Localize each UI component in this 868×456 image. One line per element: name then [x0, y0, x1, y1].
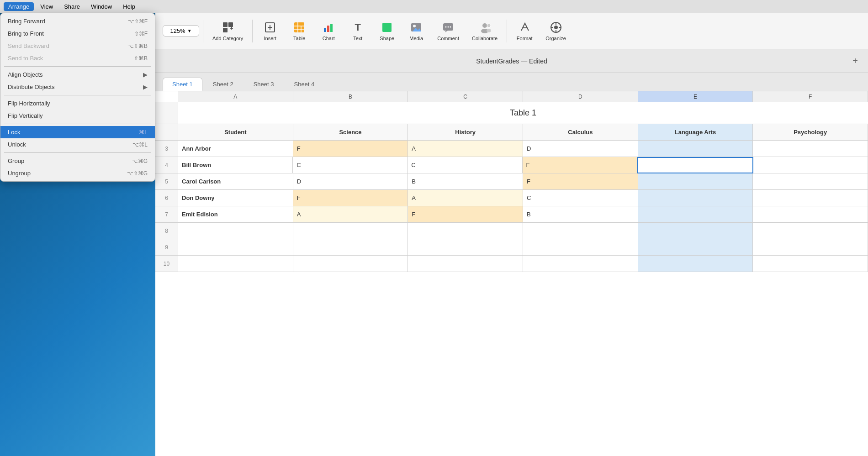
- header-calculus[interactable]: Calculus: [523, 124, 638, 141]
- cell-3-student[interactable]: Ann Arbor: [178, 141, 293, 157]
- svg-point-23: [448, 26, 449, 27]
- cell-10-3[interactable]: [408, 256, 523, 272]
- cell-5-psych[interactable]: [753, 173, 868, 190]
- cell-8-3[interactable]: [408, 223, 523, 239]
- cell-9-6[interactable]: [753, 239, 868, 256]
- sheet-tab-2[interactable]: Sheet 2: [203, 78, 243, 91]
- menu-ungroup[interactable]: Ungroup ⌥⇧⌘G: [0, 167, 155, 179]
- cell-3-history[interactable]: A: [408, 141, 523, 157]
- sheet-tab-4[interactable]: Sheet 4: [284, 78, 324, 91]
- col-header-b[interactable]: B: [293, 91, 408, 102]
- col-header-f[interactable]: F: [753, 91, 868, 102]
- cell-9-1[interactable]: [178, 239, 293, 256]
- cell-8-6[interactable]: [753, 223, 868, 239]
- cell-4-science[interactable]: C: [293, 157, 408, 173]
- col-header-d[interactable]: D: [523, 91, 638, 102]
- menu-arrange[interactable]: Arrange: [4, 2, 34, 11]
- cell-4-psych[interactable]: [753, 157, 868, 173]
- toolbar-comment[interactable]: Comment: [432, 18, 465, 44]
- cell-6-psych[interactable]: [753, 190, 868, 206]
- toolbar-table[interactable]: Table: [286, 18, 313, 44]
- cell-8-1[interactable]: [178, 223, 293, 239]
- distribute-objects-label: Distribute Objects: [8, 84, 55, 90]
- cell-5-history[interactable]: B: [408, 173, 523, 190]
- menu-flip-vertically[interactable]: Flip Vertically: [0, 110, 155, 122]
- cell-6-lang-arts[interactable]: [638, 190, 753, 206]
- cell-10-2[interactable]: [293, 256, 408, 272]
- cell-3-psych[interactable]: [753, 141, 868, 157]
- col-header-a[interactable]: A: [178, 91, 293, 102]
- send-backward-shortcut: ⌥⇧⌘B: [127, 43, 148, 49]
- menu-share[interactable]: Share: [59, 2, 85, 11]
- header-lang-arts[interactable]: Language Arts: [638, 124, 753, 141]
- menu-align-objects[interactable]: Align Objects ▶: [0, 68, 155, 81]
- cell-9-2[interactable]: [293, 239, 408, 256]
- text-icon: T: [351, 21, 364, 34]
- cell-7-lang-arts[interactable]: [638, 206, 753, 223]
- col-header-c[interactable]: C: [408, 91, 523, 102]
- cell-7-psych[interactable]: [753, 206, 868, 223]
- cell-6-calculus[interactable]: C: [523, 190, 638, 206]
- cell-3-calculus[interactable]: D: [523, 141, 638, 157]
- sheet-tab-1[interactable]: Sheet 1: [163, 78, 202, 91]
- menu-flip-horizontally[interactable]: Flip Horizontally: [0, 97, 155, 110]
- menu-bar: Arrange View Share Window Help: [0, 0, 868, 13]
- cell-6-history[interactable]: A: [408, 190, 523, 206]
- header-student[interactable]: Student: [178, 124, 293, 141]
- toolbar-format[interactable]: Format: [511, 18, 538, 44]
- menu-window[interactable]: Window: [86, 2, 116, 11]
- add-sheet-button[interactable]: +: [850, 56, 861, 67]
- toolbar-shape[interactable]: Shape: [373, 18, 401, 44]
- menu-bring-to-front[interactable]: Bring to Front ⇧⌘F: [0, 27, 155, 40]
- col-header-e[interactable]: E: [638, 91, 753, 102]
- menu-view[interactable]: View: [36, 2, 58, 11]
- toolbar-divider-1: [203, 20, 203, 42]
- cell-10-5[interactable]: [638, 256, 753, 272]
- menu-unlock[interactable]: Unlock ⌥⌘L: [0, 138, 155, 151]
- zoom-control[interactable]: 125% ▼: [163, 25, 199, 37]
- menu-group[interactable]: Group ⌥⌘G: [0, 155, 155, 167]
- header-history[interactable]: History: [408, 124, 523, 141]
- cell-10-6[interactable]: [753, 256, 868, 272]
- cell-5-student[interactable]: Carol Carlson: [178, 173, 293, 190]
- toolbar-add-category[interactable]: Add Category: [207, 18, 249, 44]
- toolbar-collaborate[interactable]: Collaborate: [466, 18, 503, 44]
- cell-5-calculus[interactable]: F: [523, 173, 638, 190]
- cell-7-calculus[interactable]: B: [523, 206, 638, 223]
- menu-bring-forward[interactable]: Bring Forward ⌥⇧⌘F: [0, 15, 155, 27]
- cell-7-science[interactable]: A: [293, 206, 408, 223]
- header-psychology[interactable]: Psychology: [753, 124, 868, 141]
- unlock-shortcut: ⌥⌘L: [132, 142, 148, 148]
- cell-8-4[interactable]: [523, 223, 638, 239]
- cell-4-student[interactable]: Bill Brown: [178, 157, 293, 173]
- toolbar-text[interactable]: T Text: [344, 18, 371, 44]
- cell-9-4[interactable]: [523, 239, 638, 256]
- cell-3-science[interactable]: F: [293, 141, 408, 157]
- svg-rect-1: [228, 22, 233, 27]
- cell-10-4[interactable]: [523, 256, 638, 272]
- sheet-tab-3[interactable]: Sheet 3: [244, 78, 284, 91]
- cell-6-science[interactable]: F: [293, 190, 408, 206]
- menu-distribute-objects[interactable]: Distribute Objects ▶: [0, 81, 155, 93]
- cell-9-3[interactable]: [408, 239, 523, 256]
- toolbar-insert[interactable]: Insert: [256, 18, 284, 44]
- cell-9-5[interactable]: [638, 239, 753, 256]
- cell-8-2[interactable]: [293, 223, 408, 239]
- cell-8-5[interactable]: [638, 223, 753, 239]
- menu-lock[interactable]: Lock ⌘L: [0, 126, 155, 138]
- menu-help[interactable]: Help: [118, 2, 140, 11]
- cell-5-science[interactable]: D: [293, 173, 408, 190]
- toolbar-organize[interactable]: Organize: [540, 18, 572, 44]
- cell-10-1[interactable]: [178, 256, 293, 272]
- header-science[interactable]: Science: [293, 124, 408, 141]
- cell-6-student[interactable]: Don Downy: [178, 190, 293, 206]
- cell-5-lang-arts[interactable]: [638, 173, 753, 190]
- cell-3-lang-arts[interactable]: [638, 141, 753, 157]
- toolbar-media[interactable]: Media: [402, 18, 430, 44]
- cell-4-lang-arts[interactable]: [637, 157, 753, 173]
- toolbar-chart[interactable]: Chart: [315, 18, 342, 44]
- cell-4-calculus[interactable]: F: [523, 157, 637, 173]
- cell-7-student[interactable]: Emit Edision: [178, 206, 293, 223]
- cell-4-history[interactable]: C: [408, 157, 522, 173]
- cell-7-history[interactable]: F: [408, 206, 523, 223]
